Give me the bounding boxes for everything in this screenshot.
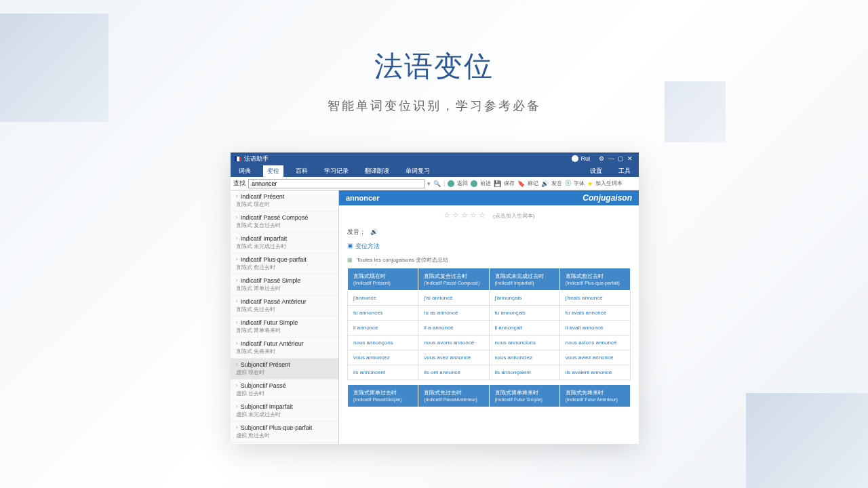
- table-header: 直陈式未完成过去时(Indicatif Imparfait): [489, 268, 559, 291]
- conjugation-cell[interactable]: vous annoncez: [348, 350, 418, 365]
- pron-label: 发音：: [347, 228, 366, 235]
- table-row: nous annonçonsnous avons annoncénous ann…: [348, 336, 631, 350]
- conjugation-cell[interactable]: tu annonçais: [489, 306, 559, 321]
- conjugation-cell[interactable]: vous aviez annoncé: [559, 350, 630, 365]
- font-button[interactable]: 字体: [574, 180, 585, 187]
- forward-button[interactable]: 前进: [480, 180, 491, 187]
- conjugation-cell[interactable]: nous annoncions: [489, 336, 559, 350]
- conjugation-cell[interactable]: il annonçait: [489, 321, 559, 336]
- conjugation-cell[interactable]: tu as annoncé: [418, 306, 489, 321]
- table-row: tu annoncestu as annoncétu annonçaistu a…: [348, 306, 631, 321]
- tab-review[interactable]: 单词复习: [401, 165, 434, 177]
- conjugation-cell[interactable]: j'avais annoncé: [559, 291, 630, 306]
- conjugation-table-2: 直陈式简单过去时(Indicatif PasséSimple)直陈式先过去时(I…: [347, 384, 631, 407]
- conjugation-cell[interactable]: nous avons annoncé: [418, 336, 489, 350]
- tab-wiki[interactable]: 百科: [292, 165, 312, 177]
- sidebar-item[interactable]: Indicatif Passé Antérieur直陈式 先过去时: [231, 296, 338, 317]
- headword: annoncer: [346, 194, 380, 202]
- menu-tools[interactable]: 工具: [614, 165, 635, 177]
- sound-button[interactable]: 发音: [551, 180, 562, 187]
- vocab-button[interactable]: 加入生词本: [595, 180, 623, 187]
- sidebar-item[interactable]: Subjonctif Plus-que-parfait虚拟 愈过去时: [231, 422, 338, 443]
- forward-icon[interactable]: [471, 180, 477, 187]
- sound-icon[interactable]: 🔊: [541, 180, 549, 187]
- collapse-icon[interactable]: ▣: [347, 243, 353, 249]
- table-header: 直陈式现在时(Indicatif Présent): [348, 268, 418, 291]
- conjugation-cell[interactable]: il a annoncé: [418, 321, 489, 336]
- conjugation-cell[interactable]: j'ai annoncé: [418, 291, 489, 306]
- sidebar-item-en: Indicatif Imparfait: [236, 235, 333, 242]
- sidebar-item[interactable]: Subjonctif Imparfait虚拟 未完成过去时: [231, 401, 338, 422]
- sidebar-item-cn: 虚拟 未完成过去时: [236, 411, 333, 418]
- star-icon[interactable]: ★: [587, 180, 593, 187]
- mark-button[interactable]: 标记: [528, 180, 538, 187]
- conjugation-cell[interactable]: nous annonçons: [348, 336, 418, 350]
- menu-settings[interactable]: 设置: [586, 165, 606, 177]
- conjugation-cell[interactable]: ils ont annoncé: [418, 365, 489, 380]
- mark-icon[interactable]: 🔖: [517, 180, 525, 187]
- conjugation-cell[interactable]: ils avaient annoncé: [559, 365, 630, 380]
- sidebar-item-cn: 直陈式 先过去时: [236, 306, 333, 313]
- table-row: ils annoncentils ont annoncéils annonçai…: [348, 365, 631, 380]
- dropdown-icon[interactable]: ▾: [427, 180, 431, 187]
- search-label: 查找: [233, 179, 245, 188]
- play-sound-icon[interactable]: 🔊: [370, 228, 378, 235]
- flag-icon: [235, 157, 241, 161]
- method-link[interactable]: 变位方法: [355, 243, 380, 249]
- sidebar-item[interactable]: Indicatif Présent直陈式 现在时: [231, 190, 338, 211]
- conjugation-cell[interactable]: vous avez annoncé: [418, 350, 489, 365]
- sidebar-item[interactable]: Indicatif Imparfait直陈式 未完成过去时: [231, 232, 338, 253]
- sidebar: Indicatif Présent直陈式 现在时Indicatif Passé …: [231, 190, 339, 444]
- tab-conjugation[interactable]: 变位: [263, 165, 283, 177]
- sidebar-item[interactable]: Indicatif Passé Simple直陈式 简单过去时: [231, 274, 338, 296]
- search-input[interactable]: [248, 179, 425, 188]
- sidebar-item[interactable]: Indicatif Futur Antérieur直陈式 先将来时: [231, 338, 338, 359]
- sidebar-item-en: Subjonctif Passé: [236, 382, 333, 389]
- conjugation-cell[interactable]: il annonce: [348, 321, 418, 336]
- conjugation-cell[interactable]: j'annonçais: [489, 291, 559, 306]
- user-name[interactable]: Rui: [580, 155, 590, 162]
- close-button[interactable]: ✕: [625, 155, 635, 162]
- sidebar-item-en: Subjonctif Présent: [236, 361, 333, 368]
- conjugation-cell[interactable]: ils annonçaient: [489, 365, 559, 380]
- menubar: 词典 变位 百科 学习记录 翻译朗读 单词复习 设置 工具: [231, 165, 639, 177]
- sidebar-item[interactable]: Indicatif Plus-que-parfait直陈式 愈过去时: [231, 253, 338, 274]
- sidebar-item-en: Indicatif Passé Antérieur: [236, 298, 333, 305]
- sidebar-item-en: Subjonctif Imparfait: [236, 403, 333, 410]
- minimize-button[interactable]: —: [606, 155, 616, 162]
- sidebar-item[interactable]: Indicatif Passé Composé直陈式 复合过去时: [231, 211, 338, 232]
- save-icon[interactable]: 💾: [494, 180, 501, 187]
- save-button[interactable]: 保存: [504, 180, 515, 187]
- conjugation-cell[interactable]: tu avais annoncé: [559, 306, 630, 321]
- table-header: 直陈式简单过去时(Indicatif PasséSimple): [348, 385, 418, 407]
- sidebar-item[interactable]: Indicatif Futur Simple直陈式 简单将来时: [231, 317, 338, 338]
- settings-icon[interactable]: ⚙: [597, 155, 606, 162]
- tab-dict[interactable]: 词典: [235, 165, 255, 177]
- tab-history[interactable]: 学习记录: [320, 165, 353, 177]
- sidebar-item-en: Indicatif Futur Simple: [236, 319, 333, 326]
- app-window: 法语助手 Rui ⚙ — ▢ ✕ 词典 变位 百科 学习记录 翻译朗读 单词复习…: [231, 152, 639, 444]
- conjugation-cell[interactable]: j'annonce: [348, 291, 418, 306]
- sidebar-item-en: Indicatif Futur Antérieur: [236, 340, 333, 347]
- sidebar-item-en: Indicatif Plus-que-parfait: [236, 256, 333, 263]
- table-header: 直陈式简单将来时(Indicatif Futur Simple): [489, 385, 559, 407]
- sidebar-item[interactable]: Subjonctif Présent虚拟 现在时: [231, 359, 338, 380]
- star-empty-icon[interactable]: ☆ ☆ ☆ ☆ ☆: [443, 211, 486, 219]
- search-icon[interactable]: 🔍: [433, 180, 441, 187]
- conjugation-cell[interactable]: nous avions annoncé: [559, 336, 630, 350]
- bg-decoration: [665, 81, 726, 142]
- conjugation-cell[interactable]: tu annonces: [348, 306, 418, 321]
- font-icon[interactable]: Ⓐ: [565, 179, 571, 188]
- table-row: j'annoncej'ai annoncéj'annonçaisj'avais …: [348, 291, 631, 306]
- back-button[interactable]: 返回: [457, 180, 468, 187]
- tab-translate[interactable]: 翻译朗读: [361, 165, 393, 177]
- sidebar-item-en: Indicatif Passé Composé: [236, 214, 333, 221]
- sidebar-item[interactable]: Conditionnel Présent条件式 现在时: [231, 443, 338, 444]
- maximize-button[interactable]: ▢: [616, 155, 625, 162]
- conjugation-cell[interactable]: vous annonciez: [489, 350, 559, 365]
- conjugation-cell[interactable]: il avait annoncé: [559, 321, 630, 336]
- sidebar-item-cn: 直陈式 先将来时: [236, 348, 333, 355]
- conjugation-cell[interactable]: ils annoncent: [348, 365, 418, 380]
- back-icon[interactable]: [448, 180, 454, 187]
- sidebar-item[interactable]: Subjonctif Passé虚拟 过去时: [231, 380, 338, 401]
